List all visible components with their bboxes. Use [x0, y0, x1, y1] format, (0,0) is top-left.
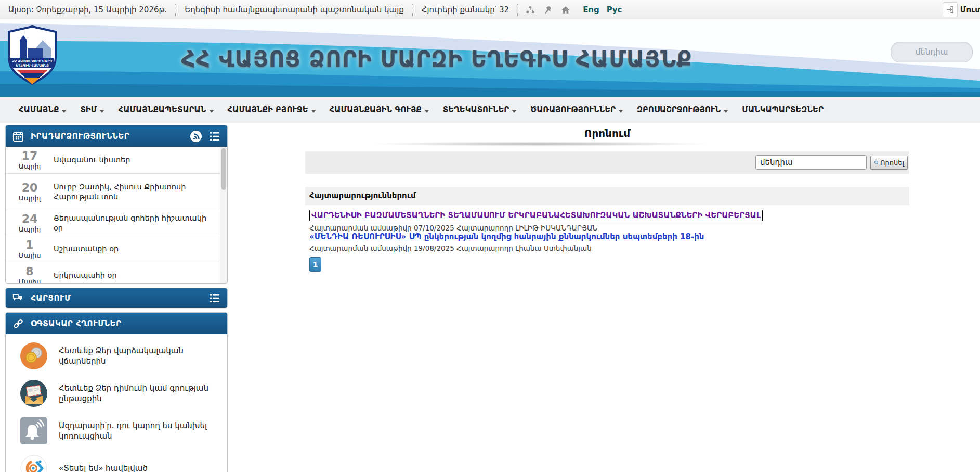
- nav-item-tim[interactable]: ՏԻՄ: [80, 105, 104, 114]
- chevron-down-icon: [619, 110, 623, 113]
- pagination-page-1[interactable]: 1: [309, 257, 321, 272]
- chevron-down-icon: [425, 110, 429, 113]
- event-day: 24: [6, 213, 54, 225]
- link-icon: [12, 317, 24, 330]
- list-icon[interactable]: [208, 130, 221, 143]
- main-navigation: ՀԱՄԱՅՆՔ ՏԻՄ ՀԱՄԱՅՆՔԱՊԵՏԱՐԱՆ ՀԱՄԱՅՆՔԻ ԲՅՈ…: [0, 97, 980, 123]
- page-title: ՀՀ ՎԱՅՈՑ ՁՈՐԻ ՄԱՐԶԻ ԵՂԵԳԻՍ ՀԱՄԱՅՆՔ: [177, 46, 697, 72]
- chevron-down-icon: [724, 110, 728, 113]
- community-coat-of-arms-logo[interactable]: ՀՀ ՎԱՅՈՑ ՁՈՐԻ ՄԱՐԶ ԵՂԵԳԻՍ ՀԱՄԱՅՆՔ: [6, 25, 58, 88]
- main-content: Որոնում Որոնել Հայտարարություններում ՎԱՐ…: [305, 125, 909, 139]
- event-month: Ապրիլ: [6, 225, 54, 233]
- search-result: ՎԱՐԴԵՆԻՍԻ ԲԱԶՄԱՄԵՏԱՂՆԵՐԻ ՏԵՂԱՄԱՍՈՒՄ ԵՐԿՐ…: [309, 210, 763, 232]
- event-item[interactable]: 8Մայիս Երկրապահի օր: [6, 262, 227, 283]
- event-day: 8: [6, 265, 54, 278]
- event-day: 1: [6, 239, 54, 251]
- list-icon[interactable]: [208, 292, 221, 304]
- nav-item-property[interactable]: ՀԱՄԱՅՆՔԱՅԻՆ ԳՈՒՅՔ: [330, 105, 429, 114]
- search-result: «ՄԵՆԴԻԱ ՌԵՍՈՒՐՍԻՍ» ՍՊ ընկերության կողմից…: [309, 232, 704, 252]
- link-text: Հետևեք Ձեր դիմումի կամ գրության ընթացքին: [59, 383, 222, 404]
- poll-panel-title: ՀԱՐՑՈՒՄ: [31, 294, 202, 303]
- logo-text-line2: ԵՂԵԳԻՍ ՀԱՄԱՅՆՔ: [16, 63, 49, 68]
- event-item[interactable]: 24Ապրիլ Ցեղասպանության զոհերի հիշատակի օ…: [6, 210, 227, 236]
- site-header: ՀՀ ՎԱՅՈՑ ՁՈՐԻ ՄԱՐԶ ԵՂԵԳԻՍ ՀԱՄԱՅՆՔ ՀՀ ՎԱՅ…: [0, 19, 980, 97]
- events-scrollbar[interactable]: [220, 147, 227, 283]
- event-text: Ավագանու նիստեր: [54, 155, 143, 165]
- title-divider-shadow: [365, 142, 715, 146]
- nav-item-community[interactable]: ՀԱՄԱՅՆՔ: [19, 105, 66, 114]
- link-item-application-status[interactable]: Հետևեք Ձեր դիմումի կամ գրության ընթացքին: [6, 375, 227, 412]
- events-panel-title: ԻՐԱԴԱՐՁՈՒԹՅՈՒՆՆԵՐ: [31, 132, 184, 141]
- header-search-input[interactable]: [891, 42, 973, 62]
- login-label: Մուտք: [960, 5, 980, 15]
- result-link[interactable]: «ՄԵՆԴԻԱ ՌԵՍՈՒՐՍԻՍ» ՍՊ ընկերության կողմից…: [309, 232, 704, 241]
- event-month: Մայիս: [6, 251, 54, 259]
- event-text: Սուրբ Զատիկ, Հիսուս Քրիստոսի Հարության տ…: [54, 182, 227, 202]
- event-item[interactable]: 20Ապրիլ Սուրբ Զատիկ, Հիսուս Քրիստոսի Հար…: [6, 174, 227, 210]
- events-list: 17Ապրիլ Ավագանու նիստեր 20Ապրիլ Սուրբ Զա…: [6, 147, 227, 283]
- link-text: Հետևեք Ձեր վարձակալական վճարներին: [59, 346, 222, 367]
- official-site-label: Եղեգիսի համայնքապետարանի պաշտոնական կայք: [176, 5, 412, 15]
- link-text: Ազդարարի՛ր. դու կարող ես կանխել կոռուպցի…: [59, 420, 222, 442]
- rss-icon[interactable]: [190, 130, 202, 143]
- search-page-title: Որոնում: [305, 127, 909, 139]
- current-date-label: Այսօր: Չորեքշաբթի, 15 Ապրիլի 2026թ.: [0, 5, 175, 15]
- result-link[interactable]: ՎԱՐԴԵՆԻՍԻ ԲԱԶՄԱՄԵՏԱՂՆԵՐԻ ՏԵՂԱՄԱՍՈՒՄ ԵՐԿՐ…: [309, 210, 763, 221]
- search-input[interactable]: [755, 155, 867, 170]
- magnifier-icon: [874, 159, 879, 166]
- event-item[interactable]: 17Ապրիլ Ավագանու նիստեր: [6, 147, 227, 174]
- chevron-down-icon: [512, 110, 516, 113]
- calendar-icon: [12, 130, 24, 143]
- left-sidebar: ԻՐԱԴԱՐՁՈՒԹՅՈՒՆՆԵՐ 17Ապրիլ Ավագանու նիստե…: [5, 125, 228, 472]
- lang-rus-link[interactable]: Рус: [607, 5, 622, 15]
- event-month: Մայիս: [6, 278, 54, 283]
- chat-icon: [12, 292, 24, 304]
- events-panel: ԻՐԱԴԱՐՁՈՒԹՅՈՒՆՆԵՐ 17Ապրիլ Ավագանու նիստե…: [5, 125, 228, 284]
- result-meta: Հայտարարման ամսաթիվը 07/10/2025 Հայտարար…: [309, 224, 763, 232]
- chevron-down-icon: [311, 110, 316, 113]
- useful-links-title: ՕԳՏԱԿԱՐ ՀՂՈՒՄՆԵՐ: [31, 319, 221, 328]
- event-item[interactable]: 1Մայիս Աշխատանքի օր: [6, 236, 227, 262]
- top-bar: Այսօր: Չորեքշաբթի, 15 Ապրիլի 2026թ. Եղեգ…: [0, 0, 980, 20]
- home-icon[interactable]: [561, 5, 570, 15]
- bell-icon: [20, 417, 47, 444]
- link-text: «Տեսել եմ» հավելված: [59, 463, 148, 472]
- scrollbar-thumb[interactable]: [221, 148, 226, 190]
- nav-item-budget[interactable]: ՀԱՄԱՅՆՔԻ ԲՅՈՒՋԵ: [228, 105, 316, 114]
- event-month: Ապրիլ: [6, 194, 54, 202]
- guests-count-label: Հյուրերի քանակը՝ 32: [413, 5, 517, 15]
- chevron-down-icon: [100, 110, 104, 113]
- link-item-report-corruption[interactable]: Ազդարարի՛ր. դու կարող ես կանխել կոռուպցի…: [6, 412, 227, 450]
- result-meta: Հայտարարման ամսաթիվը 19/08/2025 Հայտարար…: [309, 244, 704, 252]
- tesel-em-icon: [20, 455, 47, 472]
- sitemap-icon[interactable]: [526, 5, 535, 15]
- search-button[interactable]: Որոնել: [870, 156, 908, 170]
- link-item-tesel-em-app[interactable]: «Տեսել եմ» հավելված: [6, 450, 227, 472]
- nav-item-kindergartens[interactable]: ՄԱՆԿԱՊԱՐՏԵԶՆԵՐ: [742, 105, 824, 114]
- mail-icon: [20, 380, 47, 407]
- chevron-down-icon: [62, 110, 66, 113]
- event-text: Երկրապահի օր: [54, 271, 130, 280]
- pin-icon[interactable]: [543, 5, 553, 15]
- poll-panel: ՀԱՐՑՈՒՄ: [5, 288, 228, 308]
- nav-item-services[interactable]: ԾԱՌԱՅՈՒԹՅՈՒՆՆԵՐ: [530, 105, 623, 114]
- event-text: Աշխատանքի օր: [54, 244, 132, 254]
- event-month: Ապրիլ: [6, 162, 54, 170]
- event-day: 17: [6, 150, 54, 162]
- nav-item-tourism[interactable]: ԶԲՈՍԱՇՐՋՈՒԹՅՈՒՆ: [637, 105, 728, 114]
- useful-links-panel: ՕԳՏԱԿԱՐ ՀՂՈՒՄՆԵՐ Հետևեք Ձեր վարձակալական…: [5, 312, 228, 472]
- search-bar: Որոնել: [305, 151, 909, 174]
- lang-eng-link[interactable]: Eng: [583, 5, 599, 15]
- results-section-header: Հայտարարություններում: [305, 187, 909, 205]
- event-day: 20: [6, 182, 54, 194]
- link-item-rent-payments[interactable]: Հետևեք Ձեր վարձակալական վճարներին: [6, 337, 227, 375]
- search-button-label: Որոնել: [880, 159, 904, 167]
- coins-icon: [20, 342, 47, 369]
- nav-item-municipality[interactable]: ՀԱՄԱՅՆՔԱՊԵՏԱՐԱՆ: [118, 105, 213, 114]
- event-text: Ցեղասպանության զոհերի հիշատակի օր: [54, 213, 227, 233]
- nav-item-directories[interactable]: ՏԵՂԵԿԱՏՈՒՆԵՐ: [443, 105, 517, 114]
- chevron-down-icon: [210, 110, 214, 113]
- login-icon: [943, 2, 958, 17]
- login-button[interactable]: Մուտք: [943, 2, 980, 17]
- useful-links-list: Հետևեք Ձեր վարձակալական վճարներին Հետևեք…: [6, 334, 227, 472]
